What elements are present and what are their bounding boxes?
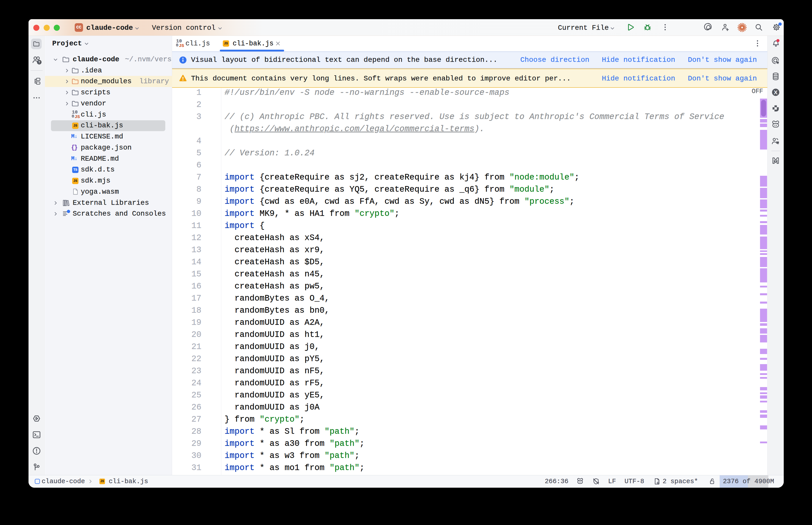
- svg-text:?: ?: [38, 61, 40, 64]
- svg-text:X: X: [774, 89, 778, 95]
